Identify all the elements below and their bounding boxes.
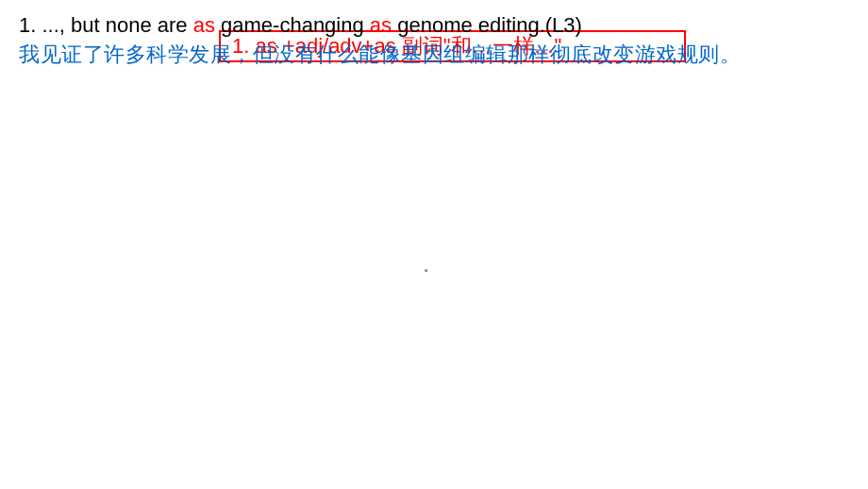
- highlight-as-1: as: [193, 13, 215, 37]
- page-center-mark: ▪: [425, 264, 428, 276]
- sentence-mid: game-changing: [215, 13, 370, 37]
- highlight-as-2: as: [370, 13, 392, 37]
- translation-text: 我见证了许多科学发展，但没有什么能像基因组编辑那样彻底改变游戏规则。: [19, 38, 840, 71]
- translation-wrapper: 我见证了许多科学发展，但没有什么能像基因组编辑那样彻底改变游戏规则。: [19, 38, 840, 71]
- sentence-prefix: 1. ..., but none are: [19, 13, 193, 37]
- example-sentence-line: 1. ..., but none are as game-changing as…: [19, 11, 849, 41]
- sentence-suffix: genome editing.(L3): [392, 13, 582, 37]
